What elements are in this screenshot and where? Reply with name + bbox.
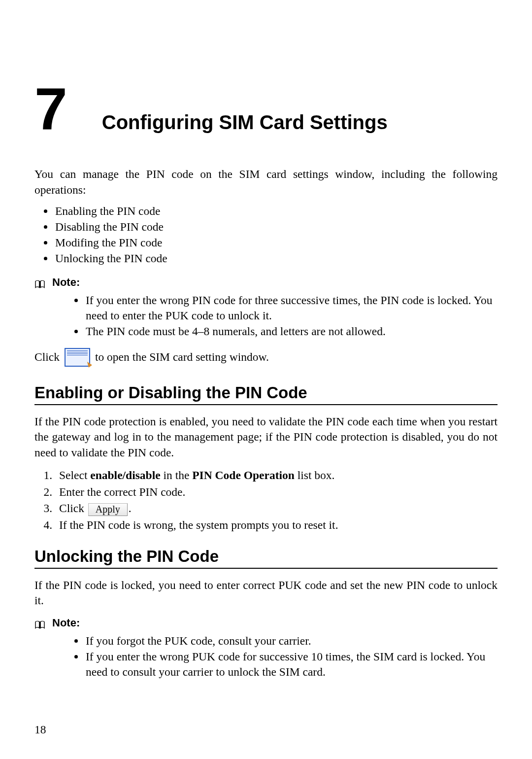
note-header: Note:: [34, 616, 498, 630]
apply-button[interactable]: Apply: [88, 503, 128, 516]
list-item: Disabling the PIN code: [54, 219, 498, 235]
list-item: Click Apply.: [55, 501, 498, 517]
section-heading: Unlocking the PIN Code: [34, 547, 498, 566]
step-text: list box.: [295, 469, 335, 482]
page-number: 18: [34, 723, 46, 736]
list-item: Enter the correct PIN code.: [55, 484, 498, 500]
list-item: Modifing the PIN code: [54, 235, 498, 251]
step-text: Select: [59, 469, 90, 482]
book-icon: [34, 619, 45, 627]
note-label: Note:: [52, 616, 80, 630]
step-bold: PIN Code Operation: [192, 469, 295, 482]
chapter-title: Configuring SIM Card Settings: [102, 111, 388, 134]
list-item: If you enter the wrong PUK code for succ…: [85, 649, 498, 679]
section-rule: [34, 568, 498, 569]
note-list: If you enter the wrong PIN code for thre…: [67, 293, 498, 339]
list-item: Unlocking the PIN code: [54, 251, 498, 267]
step-text: .: [129, 502, 132, 515]
click-after: to open the SIM card setting window.: [95, 350, 269, 364]
section-rule: [34, 404, 498, 405]
section-paragraph: If the PIN code is locked, you need to e…: [34, 578, 498, 609]
section-paragraph: If the PIN code protection is enabled, y…: [34, 414, 498, 461]
operations-list: Enabling the PIN code Disabling the PIN …: [34, 204, 498, 266]
note-list: If you forgot the PUK code, consult your…: [67, 633, 498, 680]
section-heading: Enabling or Disabling the PIN Code: [34, 383, 498, 402]
list-item: The PIN code must be 4–8 numerals, and l…: [85, 324, 498, 339]
chapter-number: 7: [34, 79, 66, 138]
list-item: If you enter the wrong PIN code for thre…: [85, 293, 498, 323]
list-item: Select enable/disable in the PIN Code Op…: [55, 468, 498, 483]
note-label: Note:: [52, 275, 80, 290]
step-text: in the: [161, 469, 193, 482]
step-bold: enable/disable: [90, 469, 160, 482]
list-item: If the PIN code is wrong, the system pro…: [55, 518, 498, 533]
click-before: Click: [34, 350, 60, 364]
click-instruction: Click to open the SIM card setting windo…: [34, 348, 498, 367]
note-block: Note: If you forgot the PUK code, consul…: [34, 616, 498, 679]
book-icon: [34, 278, 45, 287]
chapter-header: 7 Configuring SIM Card Settings: [34, 79, 498, 138]
note-block: Note: If you enter the wrong PIN code fo…: [34, 275, 498, 339]
steps-list: Select enable/disable in the PIN Code Op…: [34, 468, 498, 533]
sim-settings-icon: [65, 348, 90, 367]
note-header: Note:: [34, 275, 498, 290]
list-item: Enabling the PIN code: [54, 204, 498, 219]
page: 7 Configuring SIM Card Settings You can …: [0, 0, 532, 759]
intro-paragraph: You can manage the PIN code on the SIM c…: [34, 167, 498, 198]
list-item: If you forgot the PUK code, consult your…: [85, 633, 498, 649]
step-text: Click: [59, 502, 87, 515]
